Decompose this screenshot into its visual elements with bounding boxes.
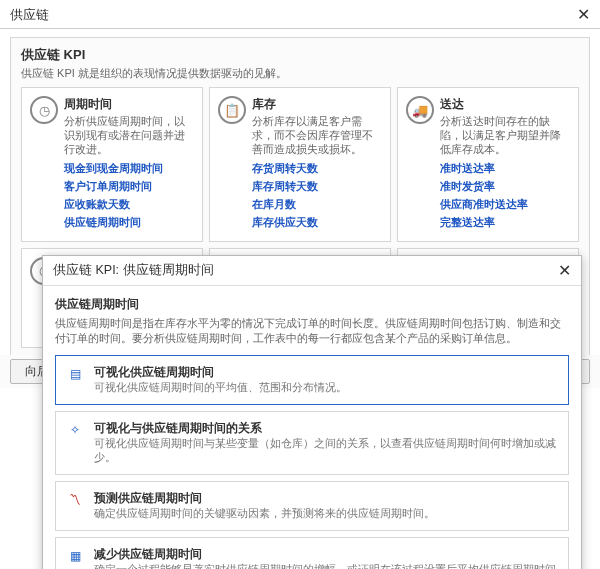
option-predict-cycle[interactable]: 预测供应链周期时间 确定供应链周期时间的关键驱动因素，并预测将来的供应链周期时间… — [55, 481, 569, 531]
page-title: 供应链 — [10, 6, 49, 24]
card-title: 库存 — [252, 96, 382, 113]
trend-icon — [66, 491, 84, 509]
clipboard-icon — [218, 96, 246, 124]
grid-icon — [66, 547, 84, 565]
dialog-section-title: 供应链周期时间 — [55, 296, 569, 313]
option-desc: 可视化供应链周期时间与某些变量（如仓库）之间的关系，以查看供应链周期时间何时增加… — [94, 437, 558, 465]
link-supply-chain-cycle[interactable]: 供应链周期时间 — [64, 215, 194, 230]
link-on-time-delivery[interactable]: 准时送达率 — [440, 161, 570, 176]
panel-title: 供应链 KPI — [21, 46, 579, 64]
option-title: 减少供应链周期时间 — [94, 547, 558, 562]
option-title: 预测供应链周期时间 — [94, 491, 558, 506]
link-inv-turn-days-2[interactable]: 库存周转天数 — [252, 179, 382, 194]
card-desc: 分析库存以满足客户需求，而不会因库存管理不善而造成损失或损坏。 — [252, 114, 382, 157]
card-title: 周期时间 — [64, 96, 194, 113]
option-reduce-cycle[interactable]: 减少供应链周期时间 确定一个过程能够显著实时供应链周期时间的增幅，或证明在该过程… — [55, 537, 569, 569]
link-supplier-on-time[interactable]: 供应商准时送达率 — [440, 197, 570, 212]
option-visualize-relationship[interactable]: 可视化与供应链周期时间的关系 可视化供应链周期时间与某些变量（如仓库）之间的关系… — [55, 411, 569, 475]
close-icon[interactable]: ✕ — [577, 7, 590, 23]
card-title: 送达 — [440, 96, 570, 113]
close-icon[interactable]: ✕ — [558, 263, 571, 279]
option-title: 可视化供应链周期时间 — [94, 365, 558, 380]
dialog-title: 供应链 KPI: 供应链周期时间 — [53, 262, 214, 279]
option-desc: 可视化供应链周期时间的平均值、范围和分布情况。 — [94, 381, 558, 395]
truck-icon — [406, 96, 434, 124]
link-customer-order-cycle[interactable]: 客户订单周期时间 — [64, 179, 194, 194]
link-dso[interactable]: 应收账款天数 — [64, 197, 194, 212]
scatter-icon — [66, 421, 84, 439]
card-desc: 分析供应链周期时间，以识别现有或潜在问题并进行改进。 — [64, 114, 194, 157]
link-complete-delivery[interactable]: 完整送达率 — [440, 215, 570, 230]
dialog-section-desc: 供应链周期时间是指在库存水平为零的情况下完成订单的时间长度。供应链周期时间包括订… — [55, 316, 569, 345]
link-cash-to-cash[interactable]: 现金到现金周期时间 — [64, 161, 194, 176]
clock-icon — [30, 96, 58, 124]
option-desc: 确定一个过程能够显著实时供应链周期时间的增幅，或证明在该过程设置后平均供应链周期… — [94, 563, 558, 569]
link-months-on-hand[interactable]: 在库月数 — [252, 197, 382, 212]
cycle-time-dialog: 供应链 KPI: 供应链周期时间 ✕ 供应链周期时间 供应链周期时间是指在库存水… — [42, 255, 582, 569]
option-title: 可视化与供应链周期时间的关系 — [94, 421, 558, 436]
option-desc: 确定供应链周期时间的关键驱动因素，并预测将来的供应链周期时间。 — [94, 507, 558, 521]
link-on-time-ship[interactable]: 准时发货率 — [440, 179, 570, 194]
dashboard-icon — [66, 365, 84, 383]
card-cycle-time: 周期时间 分析供应链周期时间，以识别现有或潜在问题并进行改进。 现金到现金周期时… — [21, 87, 203, 242]
card-delivery: 送达 分析送达时间存在的缺陷，以满足客户期望并降低库存成本。 准时送达率 准时发… — [397, 87, 579, 242]
card-desc: 分析送达时间存在的缺陷，以满足客户期望并降低库存成本。 — [440, 114, 570, 157]
link-inv-supply-days[interactable]: 库存供应天数 — [252, 215, 382, 230]
panel-subtitle: 供应链 KPI 就是组织的表现情况提供数据驱动的见解。 — [21, 66, 579, 81]
card-inventory: 库存 分析库存以满足客户需求，而不会因库存管理不善而造成损失或损坏。 存货周转天… — [209, 87, 391, 242]
link-inv-turn-days-1[interactable]: 存货周转天数 — [252, 161, 382, 176]
option-visualize-cycle[interactable]: 可视化供应链周期时间 可视化供应链周期时间的平均值、范围和分布情况。 — [55, 355, 569, 405]
